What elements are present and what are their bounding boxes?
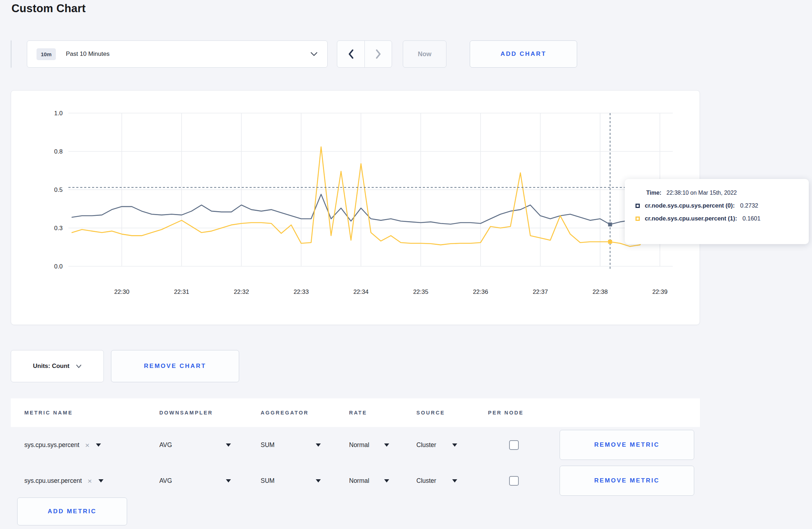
tooltip-time-label: Time: bbox=[646, 190, 661, 196]
dropdown-caret-icon bbox=[316, 479, 321, 482]
svg-text:22:36: 22:36 bbox=[473, 288, 488, 295]
chart-hover-tooltip: Time:22:38:10 on Mar 15th, 2022 cr.node.… bbox=[625, 179, 809, 244]
page-title: Custom Chart bbox=[11, 2, 86, 15]
svg-text:22:31: 22:31 bbox=[174, 288, 189, 295]
time-window-badge: 10m bbox=[37, 48, 56, 60]
metrics-rows: sys.cpu.sys.percent × AVG SUM Normal Clu… bbox=[11, 427, 700, 499]
chevron-right-icon bbox=[375, 49, 382, 59]
col-header-source: SOURCE bbox=[416, 410, 488, 416]
per-node-checkbox[interactable] bbox=[509, 476, 519, 486]
remove-metric-button[interactable]: REMOVE METRIC bbox=[560, 466, 694, 496]
svg-text:22:34: 22:34 bbox=[353, 288, 369, 295]
dropdown-caret-icon bbox=[96, 443, 101, 447]
svg-text:22:38: 22:38 bbox=[593, 288, 608, 295]
svg-text:22:30: 22:30 bbox=[114, 288, 130, 295]
tooltip-series-row: cr.node.sys.cpu.sys.percent (0): 0.2732 bbox=[635, 202, 802, 209]
toolbar: 10m Past 10 Minutes Now ADD CHART bbox=[11, 40, 577, 68]
tooltip-time-value: 22:38:10 on Mar 15th, 2022 bbox=[666, 190, 737, 196]
add-metric-button[interactable]: ADD METRIC bbox=[17, 498, 127, 525]
custom-chart-page: Custom Chart 10m Past 10 Minutes Now ADD… bbox=[0, 0, 812, 529]
metric-name-value: sys.cpu.sys.percent bbox=[24, 441, 79, 449]
col-header-per-node: PER NODE bbox=[488, 410, 560, 416]
source-select[interactable]: Cluster bbox=[416, 477, 488, 485]
clear-metric-icon[interactable]: × bbox=[85, 441, 90, 449]
metrics-table-header: METRIC NAME DOWNSAMPLER AGGREGATOR RATE … bbox=[11, 398, 700, 427]
now-button[interactable]: Now bbox=[403, 40, 446, 68]
chart-card: 1.00.80.50.30.022:3022:3122:3222:3322:34… bbox=[11, 90, 700, 325]
clear-metric-icon[interactable]: × bbox=[88, 477, 92, 485]
downsampler-value: AVG bbox=[159, 441, 172, 449]
metrics-table: METRIC NAME DOWNSAMPLER AGGREGATOR RATE … bbox=[11, 398, 700, 499]
svg-text:22:32: 22:32 bbox=[234, 288, 249, 295]
metric-name-select[interactable]: sys.cpu.sys.percent × bbox=[24, 441, 159, 449]
downsampler-value: AVG bbox=[159, 477, 172, 485]
chart-controls: Units: Count REMOVE CHART bbox=[11, 350, 239, 382]
dropdown-caret-icon bbox=[316, 443, 321, 447]
time-range-dropdown[interactable]: 10m Past 10 Minutes bbox=[27, 40, 328, 68]
tooltip-series-label: cr.node.sys.cpu.sys.percent (0): bbox=[645, 202, 735, 209]
dropdown-caret-icon bbox=[98, 479, 103, 482]
aggregator-select[interactable]: SUM bbox=[261, 477, 349, 485]
tooltip-series-row: cr.node.sys.cpu.user.percent (1): 0.1601 bbox=[635, 215, 802, 222]
rate-value: Normal bbox=[349, 441, 369, 449]
svg-text:22:33: 22:33 bbox=[294, 288, 309, 295]
svg-text:0.5: 0.5 bbox=[54, 186, 63, 193]
svg-text:0.3: 0.3 bbox=[54, 225, 63, 232]
tooltip-series-label: cr.node.sys.cpu.user.percent (1): bbox=[645, 215, 737, 222]
rate-value: Normal bbox=[349, 477, 369, 485]
dropdown-caret-icon bbox=[384, 443, 389, 447]
dropdown-caret-icon bbox=[226, 443, 231, 447]
tooltip-time-row: Time:22:38:10 on Mar 15th, 2022 bbox=[646, 190, 802, 196]
remove-chart-button[interactable]: REMOVE CHART bbox=[111, 350, 239, 382]
tooltip-series-value: 0.2732 bbox=[740, 202, 758, 209]
metric-row: sys.cpu.user.percent × AVG SUM Normal Cl… bbox=[11, 463, 700, 499]
time-nav-group bbox=[337, 40, 392, 68]
metric-name-select[interactable]: sys.cpu.user.percent × bbox=[24, 477, 159, 485]
rate-select[interactable]: Normal bbox=[349, 441, 416, 449]
units-dropdown[interactable]: Units: Count bbox=[11, 350, 104, 382]
metric-name-value: sys.cpu.user.percent bbox=[24, 477, 82, 485]
aggregator-value: SUM bbox=[261, 441, 275, 449]
units-label: Units: Count bbox=[33, 363, 69, 370]
chevron-down-icon bbox=[76, 364, 82, 368]
chevron-left-icon bbox=[348, 49, 354, 59]
chart-svg[interactable]: 1.00.80.50.30.022:3022:3122:3222:3322:34… bbox=[11, 91, 700, 325]
col-header-aggregator: AGGREGATOR bbox=[261, 410, 349, 416]
series-sys-swatch-icon bbox=[635, 204, 640, 208]
aggregator-value: SUM bbox=[261, 477, 275, 485]
source-select[interactable]: Cluster bbox=[416, 441, 488, 449]
series-user-swatch-icon bbox=[635, 217, 640, 221]
aggregator-select[interactable]: SUM bbox=[261, 441, 349, 449]
remove-metric-button[interactable]: REMOVE METRIC bbox=[560, 430, 694, 460]
toolbar-divider bbox=[11, 40, 11, 68]
per-node-checkbox[interactable] bbox=[509, 440, 519, 450]
dropdown-caret-icon bbox=[452, 443, 457, 447]
svg-text:22:37: 22:37 bbox=[533, 288, 548, 295]
svg-text:1.0: 1.0 bbox=[54, 110, 63, 117]
dropdown-caret-icon bbox=[226, 479, 231, 482]
prev-time-button[interactable] bbox=[337, 41, 364, 67]
source-value: Cluster bbox=[416, 477, 436, 485]
time-window-label: Past 10 Minutes bbox=[66, 50, 110, 58]
next-time-button[interactable] bbox=[364, 41, 392, 67]
rate-select[interactable]: Normal bbox=[349, 477, 416, 485]
dropdown-caret-icon bbox=[452, 479, 457, 482]
svg-text:22:39: 22:39 bbox=[652, 288, 668, 295]
source-value: Cluster bbox=[416, 441, 436, 449]
tooltip-series-value: 0.1601 bbox=[743, 215, 760, 222]
col-header-metric-name: METRIC NAME bbox=[24, 410, 159, 416]
col-header-downsampler: DOWNSAMPLER bbox=[159, 410, 261, 416]
downsampler-select[interactable]: AVG bbox=[159, 441, 261, 449]
svg-text:0.0: 0.0 bbox=[54, 263, 63, 270]
col-header-rate: RATE bbox=[349, 410, 416, 416]
dropdown-caret-icon bbox=[384, 479, 389, 482]
metric-row: sys.cpu.sys.percent × AVG SUM Normal Clu… bbox=[11, 427, 700, 463]
downsampler-select[interactable]: AVG bbox=[159, 477, 261, 485]
chevron-down-icon bbox=[310, 52, 318, 57]
add-chart-button[interactable]: ADD CHART bbox=[470, 40, 577, 68]
svg-text:0.8: 0.8 bbox=[54, 148, 63, 155]
svg-text:22:35: 22:35 bbox=[413, 288, 429, 295]
